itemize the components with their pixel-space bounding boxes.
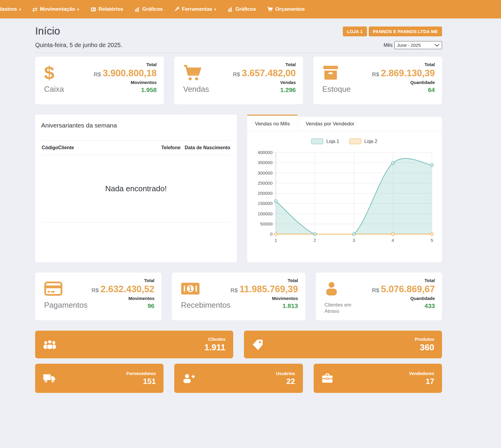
store-button[interactable]: LOJA 1 bbox=[343, 27, 367, 36]
cart-icon bbox=[267, 7, 273, 12]
summary-card-pagamentos: Pagamentos Total R$2.632.430,52 Moviment… bbox=[35, 273, 161, 320]
wrench-icon bbox=[174, 7, 180, 12]
stat-value: 22 bbox=[276, 377, 295, 386]
total-value: 11.985.769,39 bbox=[239, 284, 298, 294]
count-label: Quantidade bbox=[372, 80, 435, 85]
total-value: 5.076.869,67 bbox=[381, 284, 435, 294]
svg-text:400000: 400000 bbox=[258, 150, 273, 155]
tab-vendas-por-vendedor[interactable]: Vendas por Vendedor bbox=[298, 117, 362, 131]
total-label: Total bbox=[372, 62, 435, 67]
column-telefone: Telefone bbox=[161, 145, 181, 150]
summary-card-clientes-atraso: Clientes em Atraso Total R$5.076.869,67 … bbox=[316, 273, 442, 320]
total-label: Total bbox=[372, 278, 435, 283]
currency-label: R$ bbox=[91, 287, 99, 293]
column-data-nascimento: Data de Nascimento bbox=[185, 145, 230, 150]
svg-text:200000: 200000 bbox=[258, 191, 273, 196]
month-select-value: June - 2025 bbox=[397, 43, 421, 48]
nav-item-label: Orçamentos bbox=[275, 6, 305, 12]
credit-card-icon bbox=[44, 278, 88, 299]
tag-icon bbox=[252, 339, 264, 351]
nav-item-relatorios[interactable]: Relatórios bbox=[85, 0, 129, 18]
count-label: Quantidade bbox=[372, 296, 435, 301]
current-date: Quinta-feira, 5 de junho de 2025. bbox=[35, 42, 122, 49]
produtos-button[interactable]: Produtos 360 bbox=[244, 331, 442, 358]
nav-item-ferramentas[interactable]: Ferramentas ▾ bbox=[169, 0, 222, 18]
nav-item-label: Ferramentas bbox=[182, 6, 212, 12]
sales-chart-panel: Vendas no Mês Vendas por Vendedor Loja 1… bbox=[247, 117, 442, 262]
nav-item-graficos-2[interactable]: Gráficos bbox=[222, 0, 262, 18]
nav-item-graficos-1[interactable]: Gráficos bbox=[129, 0, 169, 18]
tab-vendas-no-mes[interactable]: Vendas no Mês bbox=[247, 115, 298, 131]
svg-text:1: 1 bbox=[189, 285, 192, 293]
count-value: 96 bbox=[91, 302, 154, 309]
nav-item-label: Gráficos bbox=[235, 6, 256, 12]
total-label: Total bbox=[233, 62, 296, 67]
stat-label: Vendedores bbox=[409, 371, 434, 376]
legend-item-loja1[interactable]: Loja 1 bbox=[311, 139, 339, 144]
sales-area-chart: 0500001000001500002000002500003000003500… bbox=[251, 148, 437, 244]
currency-label: R$ bbox=[372, 287, 379, 293]
svg-text:2: 2 bbox=[314, 238, 316, 243]
box-icon bbox=[322, 62, 351, 83]
stat-value: 151 bbox=[126, 377, 156, 386]
count-label: Vendas bbox=[233, 80, 296, 85]
svg-text:5: 5 bbox=[431, 238, 433, 243]
nav-item-label: adastros bbox=[0, 6, 17, 12]
caret-down-icon: ▾ bbox=[77, 7, 79, 12]
svg-text:3: 3 bbox=[353, 238, 355, 243]
money-bill-icon: 1 bbox=[181, 278, 230, 299]
card-label: Caixa bbox=[44, 85, 64, 94]
chart-legend: Loja 1 Loja 2 bbox=[251, 139, 437, 144]
divider bbox=[35, 53, 442, 53]
column-cliente: Cliente bbox=[58, 145, 74, 150]
cart-icon bbox=[183, 62, 209, 83]
stat-value: 360 bbox=[415, 343, 434, 352]
svg-text:0: 0 bbox=[270, 231, 273, 237]
legend-item-loja2[interactable]: Loja 2 bbox=[349, 139, 377, 144]
chevron-down-icon bbox=[435, 43, 439, 48]
card-label: Pagamentos bbox=[44, 301, 88, 310]
bar-chart-icon bbox=[228, 7, 233, 12]
card-label: Estoque bbox=[322, 85, 351, 94]
svg-text:100000: 100000 bbox=[258, 211, 273, 216]
card-label: Recebimentos bbox=[181, 301, 230, 310]
bar-chart-icon bbox=[135, 7, 140, 12]
page-title: Início bbox=[35, 25, 60, 37]
count-value: 64 bbox=[372, 86, 435, 94]
column-codigo: Código bbox=[42, 145, 58, 150]
nav-item-cadastros[interactable]: adastros ▾ bbox=[0, 0, 27, 18]
fornecedores-button[interactable]: Fornecedores 151 bbox=[35, 364, 164, 393]
caret-down-icon: ▾ bbox=[19, 7, 21, 12]
report-icon bbox=[91, 7, 96, 12]
legend-label: Loja 1 bbox=[326, 139, 339, 144]
total-value: 3.657.482,00 bbox=[242, 68, 296, 78]
company-button[interactable]: PANNOS E PANNOS LTDA ME bbox=[369, 27, 442, 36]
divider bbox=[41, 222, 231, 223]
total-value: 2.632.430,52 bbox=[100, 284, 154, 294]
birthdays-title: Aniversariantes da semana bbox=[41, 122, 231, 129]
usuarios-button[interactable]: Usuários 22 bbox=[174, 364, 303, 393]
currency-label: R$ bbox=[233, 71, 240, 77]
vendedores-button[interactable]: Vendedores 17 bbox=[314, 364, 442, 393]
stat-label: Usuários bbox=[276, 371, 295, 376]
month-select[interactable]: June - 2025 bbox=[394, 41, 442, 49]
nav-item-orcamentos[interactable]: Orçamentos bbox=[262, 0, 310, 18]
total-value: 3.900.800,18 bbox=[103, 68, 157, 78]
month-label: Mês bbox=[384, 43, 393, 48]
total-value: 2.869.130,39 bbox=[381, 68, 435, 78]
clientes-button[interactable]: Clientes 1.911 bbox=[35, 331, 233, 358]
nav-item-movimentacao[interactable]: ⇄ Movimentação ▾ bbox=[27, 0, 85, 18]
nav-item-label: Relatórios bbox=[99, 6, 123, 12]
count-value: 1.958 bbox=[94, 86, 157, 94]
caret-down-icon: ▾ bbox=[214, 7, 217, 12]
count-label: Movimentos bbox=[94, 80, 157, 85]
svg-text:250000: 250000 bbox=[258, 181, 273, 186]
stat-value: 17 bbox=[409, 377, 434, 386]
birthdays-panel: Aniversariantes da semana CódigoCliente … bbox=[35, 115, 237, 262]
currency-label: R$ bbox=[372, 71, 379, 77]
legend-label: Loja 2 bbox=[364, 139, 377, 144]
summary-card-recebimentos: 1 Recebimentos Total R$11.985.769,39 Mov… bbox=[172, 273, 305, 320]
summary-card-vendas: Vendas Total R$3.657.482,00 Vendas 1.296 bbox=[174, 57, 303, 104]
birthdays-table-header: CódigoCliente Telefone Data de Nasciment… bbox=[41, 141, 231, 155]
currency-label: R$ bbox=[94, 71, 101, 77]
